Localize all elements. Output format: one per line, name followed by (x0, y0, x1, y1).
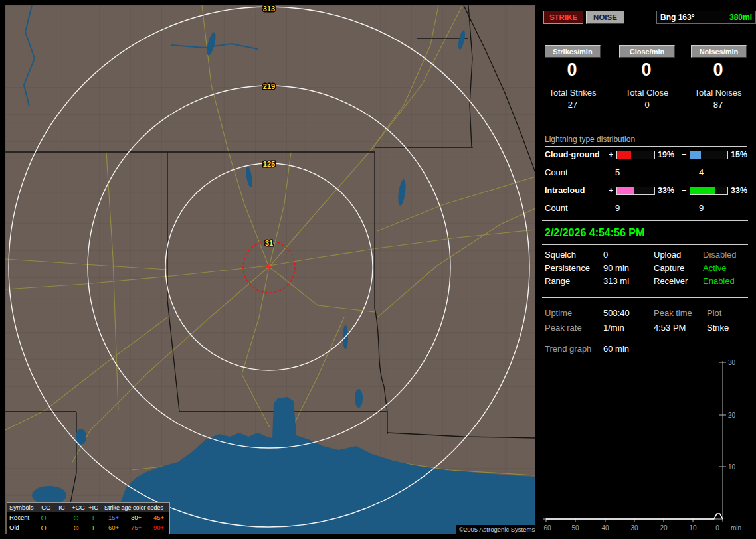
total-close-value: 0 (614, 100, 680, 110)
status-sidebar: STRIKE NOISE Bng 163° 380mi Strikes/min … (539, 5, 751, 534)
bearing-readout: Bng 163° 380mi (656, 11, 756, 24)
receiver-status: Enabled (703, 276, 735, 286)
separator (542, 220, 748, 221)
cg-minus-count: 4 (699, 167, 704, 177)
peak-rate-label: Peak rate (545, 323, 582, 333)
cg-plus-pct: 19% (658, 150, 674, 159)
age-code-45: 45+ (153, 513, 164, 522)
close-per-min-button[interactable]: Close/min (619, 45, 675, 58)
ic-plus-pct: 33% (658, 186, 674, 195)
neg-cg-symbol: ⊖ (41, 513, 47, 522)
total-noises-label: Total Noises (684, 88, 752, 98)
strike-toggle-button[interactable]: STRIKE (543, 11, 583, 24)
plot-label: Plot (707, 308, 721, 318)
legend-col-neg-cg: -CG (39, 503, 50, 512)
peak-time-label: Peak time (654, 308, 692, 318)
neg-cg-symbol-old: ⊖ (41, 523, 47, 532)
bearing-label: Bng 163° (660, 13, 694, 22)
ring-label-219: 219 (263, 82, 275, 90)
pos-cg-symbol: ⊕ (73, 513, 79, 522)
trend-graph: 30 20 10 60 50 40 30 20 10 0 min (539, 356, 751, 534)
noises-per-min-button[interactable]: Noises/min (691, 45, 747, 58)
close-per-min-value: 0 (619, 60, 674, 80)
ic-plus-count: 9 (615, 203, 620, 213)
separator (542, 244, 748, 245)
neg-ic-symbol-old: − (58, 523, 62, 532)
distribution-title: Lightning type distribution (545, 135, 747, 147)
trend-window-value: 60 min (603, 344, 629, 354)
pos-ic-symbol: + (91, 513, 95, 522)
ic-minus-bar (690, 187, 728, 195)
ic-minus-sign: − (682, 186, 686, 195)
x-tick-20: 20 (660, 524, 668, 532)
cg-plus-bar (616, 151, 655, 159)
age-code-15: 15+ (108, 513, 119, 522)
uptime-label: Uptime (545, 308, 572, 318)
legend-col-neg-ic: -IC (56, 503, 65, 512)
strikes-per-min-button[interactable]: Strikes/min (545, 45, 601, 58)
legend-col-pos-ic: +IC (88, 503, 98, 512)
ic-plus-bar (616, 187, 655, 195)
cg-minus-fill (690, 151, 701, 159)
range-label: Range (545, 276, 570, 286)
cg-plus-fill (617, 151, 631, 159)
intracloud-label: Intracloud (545, 186, 585, 195)
neg-ic-symbol: − (58, 513, 62, 522)
ic-count-label: Count (545, 203, 568, 213)
cg-plus-count: 5 (615, 167, 620, 177)
strike-symbol-legend: Symbols -CG -IC +CG +IC Strike age color… (7, 502, 170, 534)
age-code-75: 75+ (131, 523, 142, 532)
datetime-readout: 2/2/2026 4:54:56 PM (545, 227, 644, 239)
total-strikes-value: 27 (539, 100, 606, 110)
upload-status: Disabled (703, 250, 737, 260)
pos-ic-symbol-old: + (91, 523, 95, 532)
x-tick-30: 30 (630, 524, 638, 532)
trend-axes (543, 361, 726, 522)
capture-status: Active (703, 263, 726, 273)
ring-label-31: 31 (265, 239, 273, 247)
trend-graph-label: Trend graph (545, 344, 591, 354)
trend-x-labels: 60 50 40 30 20 10 0 min (543, 524, 741, 532)
cg-minus-bar (690, 151, 728, 159)
cg-minus-pct: 15% (731, 150, 747, 159)
age-code-30: 30+ (131, 513, 142, 522)
peak-time-value: 4:53 PM (654, 323, 686, 333)
squelch-label: Squelch (545, 250, 576, 260)
age-code-90: 90+ (153, 523, 164, 532)
cg-minus-sign: − (682, 150, 686, 159)
legend-age-header: Strike age color codes (104, 503, 163, 512)
ic-minus-pct: 33% (731, 186, 747, 195)
total-noises-value: 87 (684, 100, 752, 110)
ic-minus-fill (690, 187, 715, 194)
pos-cg-symbol-old: ⊕ (73, 523, 79, 532)
capture-label: Capture (654, 263, 684, 273)
y-tick-20: 20 (728, 412, 736, 419)
ic-plus-sign: + (609, 186, 613, 195)
total-close-label: Total Close (614, 88, 680, 98)
map-panel: 313 219 125 31 Symbols -CG -IC +CG +IC S… (5, 5, 535, 534)
x-tick-10: 10 (689, 524, 697, 532)
bearing-distance: 380mi (729, 13, 752, 22)
noises-per-min-value: 0 (691, 60, 745, 80)
trend-y-labels: 30 20 10 (728, 359, 736, 471)
map-canvas[interactable]: 313 219 125 31 (5, 5, 535, 534)
legend-recent-label: Recent (9, 513, 29, 522)
legend-symbols-header: Symbols (9, 503, 33, 512)
x-axis-unit: min (731, 524, 741, 532)
squelch-value: 0 (603, 250, 608, 260)
legend-col-pos-cg: +CG (72, 503, 85, 512)
noise-toggle-button[interactable]: NOISE (586, 11, 624, 24)
upload-label: Upload (654, 250, 681, 260)
x-tick-40: 40 (601, 524, 609, 532)
separator (542, 297, 748, 298)
y-tick-30: 30 (728, 359, 736, 366)
range-value: 313 mi (603, 276, 629, 286)
copyright-text: ©2005 Astrogenic Systems (456, 525, 538, 534)
cg-count-label: Count (545, 167, 568, 177)
plot-value: Strike (707, 323, 729, 333)
ic-minus-count: 9 (699, 203, 704, 213)
x-tick-50: 50 (571, 524, 579, 532)
strikes-per-min-value: 0 (545, 60, 599, 80)
total-strikes-label: Total Strikes (539, 88, 606, 98)
ring-label-313: 313 (263, 5, 275, 13)
